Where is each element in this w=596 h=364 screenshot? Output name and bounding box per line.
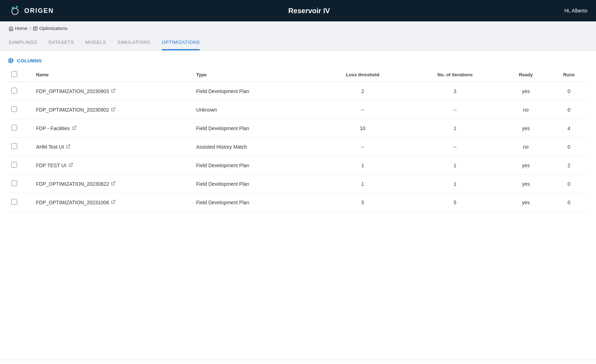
- row-iterations: 1: [409, 119, 501, 138]
- svg-line-11: [70, 163, 72, 165]
- row-checkbox[interactable]: [11, 199, 17, 205]
- tab-simulations[interactable]: SIMULATIONS: [117, 35, 151, 50]
- row-type: Field Development Plan: [193, 119, 316, 138]
- svg-point-2: [16, 6, 18, 8]
- app-header: ORIGEN Reservoir IV Hi, Alberto: [0, 0, 596, 21]
- row-runs: 0: [550, 175, 587, 193]
- tab-models[interactable]: MODELS: [85, 35, 106, 50]
- col-type: Type: [193, 68, 316, 82]
- row-iterations: 1: [409, 175, 501, 193]
- row-loss-threshold: 1: [316, 175, 409, 193]
- svg-line-13: [113, 200, 115, 202]
- row-checkbox-cell: [9, 175, 33, 193]
- row-type: Field Development Plan: [193, 175, 316, 193]
- row-checkbox-cell: [9, 82, 33, 101]
- row-type: Field Development Plan: [193, 82, 316, 101]
- row-checkbox[interactable]: [11, 162, 17, 168]
- row-checkbox[interactable]: [11, 125, 17, 130]
- row-runs: 0: [550, 82, 587, 101]
- logo-icon: [9, 4, 21, 17]
- svg-line-8: [113, 107, 115, 109]
- col-ready: Ready: [501, 68, 550, 82]
- tab-datasets[interactable]: DATASETS: [49, 35, 74, 50]
- row-runs: 0: [550, 138, 587, 156]
- row-name: FDP - Facilities: [33, 119, 193, 138]
- row-name: FDP TEST UI: [33, 156, 193, 175]
- row-iterations: 3: [409, 82, 501, 101]
- select-all-checkbox[interactable]: [11, 71, 17, 77]
- external-link-icon[interactable]: [68, 163, 73, 168]
- row-loss-threshold: 2: [316, 82, 409, 101]
- col-loss-threshold: Loss threshold: [316, 68, 409, 82]
- row-name-text: FDP_OPTIMIZATION_20231006: [36, 200, 109, 205]
- table-row: FDP_OPTIMIZATION_20231006 Field Developm…: [9, 193, 587, 212]
- row-loss-threshold: 5: [316, 193, 409, 212]
- external-link-icon[interactable]: [111, 107, 116, 113]
- breadcrumb-home[interactable]: Home: [9, 26, 27, 31]
- row-type: Field Development Plan: [193, 193, 316, 212]
- row-name-text: AHM Test UI: [36, 144, 64, 150]
- breadcrumb-separator: /: [30, 26, 31, 31]
- logo-text: ORIGEN: [24, 7, 54, 15]
- nav-tabs: SAMPLINGS DATASETS MODELS SIMULATIONS OP…: [0, 35, 596, 51]
- row-name: FDP_OPTIMIZATION_20231006: [33, 193, 193, 212]
- row-ready: yes: [501, 193, 550, 212]
- row-type: Field Development Plan: [193, 156, 316, 175]
- row-checkbox[interactable]: [11, 88, 17, 93]
- tab-optimizations[interactable]: OPTIMIZATIONS: [162, 35, 200, 50]
- table-row: FDP - Facilities Field Development Plan …: [9, 119, 587, 138]
- svg-line-9: [74, 126, 76, 128]
- row-checkbox-cell: [9, 193, 33, 212]
- table-row: AHM Test UI Assisted History Match -- --…: [9, 138, 587, 156]
- col-runs: Runs: [550, 68, 587, 82]
- col-iterations: No. of iterations: [409, 68, 501, 82]
- row-loss-threshold: --: [316, 101, 409, 119]
- table-row: FDP_OPTIMIZATION_20230902 Unknown -- -- …: [9, 101, 587, 119]
- table-row: FDP_OPTIMIZATION_20230903 Field Developm…: [9, 82, 587, 101]
- row-name-text: FDP_OPTIMIZATION_20230822: [36, 181, 109, 187]
- external-link-icon[interactable]: [111, 88, 116, 94]
- row-loss-threshold: 10: [316, 119, 409, 138]
- columns-label: COLUMNS: [17, 58, 42, 63]
- tab-samplings[interactable]: SAMPLINGS: [9, 35, 37, 50]
- table-row: FDP TEST UI Field Development Plan 1 1 y…: [9, 156, 587, 175]
- row-iterations: --: [409, 101, 501, 119]
- row-name: FDP_OPTIMIZATION_20230902: [33, 101, 193, 119]
- home-icon: [9, 26, 14, 31]
- row-runs: 0: [550, 101, 587, 119]
- row-name: FDP_OPTIMIZATION_20230822: [33, 175, 193, 193]
- row-iterations: 5: [409, 193, 501, 212]
- row-checkbox[interactable]: [11, 180, 17, 186]
- external-link-icon[interactable]: [111, 200, 116, 205]
- row-ready: yes: [501, 175, 550, 193]
- row-runs: 4: [550, 119, 587, 138]
- row-checkbox[interactable]: [11, 143, 17, 149]
- table-row: FDP_OPTIMIZATION_20230822 Field Developm…: [9, 175, 587, 193]
- external-link-icon[interactable]: [72, 125, 77, 131]
- row-name: FDP_OPTIMIZATION_20230903: [33, 82, 193, 101]
- svg-line-10: [68, 144, 70, 147]
- row-ready: yes: [501, 156, 550, 175]
- footer-bar: DELETE 1–7 of 7 ‹ ›: [0, 360, 596, 364]
- row-name-text: FDP - Facilities: [36, 125, 70, 131]
- columns-icon: [9, 58, 14, 63]
- row-ready: yes: [501, 119, 550, 138]
- user-greeting: Hi, Alberto: [564, 8, 587, 14]
- logo: ORIGEN: [9, 4, 54, 17]
- row-ready: no: [501, 101, 550, 119]
- row-name-text: FDP TEST UI: [36, 163, 66, 168]
- columns-header: COLUMNS: [9, 58, 587, 63]
- main-content: COLUMNS Name Type Loss threshold No. of …: [0, 51, 596, 360]
- svg-line-12: [113, 181, 115, 184]
- row-type: Unknown: [193, 101, 316, 119]
- row-checkbox[interactable]: [11, 106, 17, 112]
- breadcrumb-current: Optimizations: [33, 26, 67, 31]
- row-checkbox-cell: [9, 138, 33, 156]
- external-link-icon[interactable]: [66, 144, 71, 150]
- row-iterations: --: [409, 138, 501, 156]
- breadcrumb: Home / Optimizations: [0, 21, 596, 35]
- col-name: Name: [33, 68, 193, 82]
- external-link-icon[interactable]: [111, 181, 116, 187]
- breadcrumb-home-label: Home: [15, 26, 27, 31]
- row-checkbox-cell: [9, 101, 33, 119]
